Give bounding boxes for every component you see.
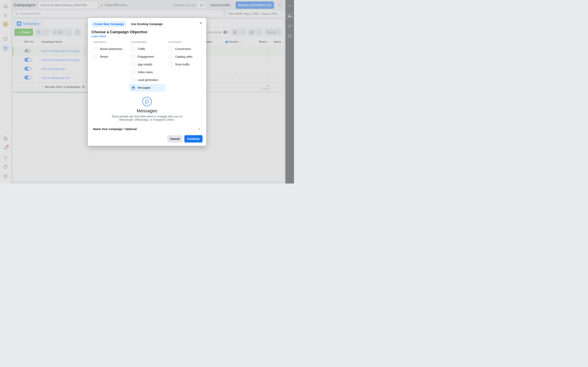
objective-preview: Messages Show people ads that allow them… <box>91 97 203 121</box>
create-campaign-modal: Create New Campaign Use Existing Campaig… <box>88 18 206 146</box>
radio-icon <box>169 62 173 67</box>
name-campaign-expander[interactable]: Name Your Campaign • Optional <box>91 125 203 133</box>
radio-icon <box>131 70 136 75</box>
objective-option[interactable]: Brand awareness <box>91 45 127 53</box>
objective-label: Store traffic <box>175 63 190 66</box>
objective-option[interactable]: Video views <box>129 68 165 76</box>
tab-create-new[interactable]: Create New Campaign <box>91 21 127 27</box>
radio-icon <box>131 78 136 82</box>
objective-option[interactable]: Lead generation <box>129 76 165 84</box>
radio-icon <box>169 54 173 59</box>
modal-tabs: Create New Campaign Use Existing Campaig… <box>91 21 203 27</box>
objective-option[interactable]: Engagement <box>129 53 165 60</box>
radio-icon <box>94 47 98 51</box>
objective-label: Catalog sales <box>175 55 192 58</box>
col-awareness: Awareness Brand awarenessReach <box>91 40 127 92</box>
objective-columns: Awareness Brand awarenessReach Considera… <box>91 40 203 92</box>
objective-option[interactable]: Catalog sales <box>167 53 203 60</box>
learn-more-link[interactable]: Learn More <box>91 35 106 38</box>
objective-label: Lead generation <box>138 78 158 82</box>
messages-icon <box>142 97 152 106</box>
objective-option[interactable]: Store traffic <box>167 60 203 68</box>
objective-label: Reach <box>100 55 108 58</box>
col-conversion: Conversion ConversionsCatalog salesStore… <box>167 40 203 92</box>
objective-label: App installs <box>138 63 152 66</box>
name-campaign-label: Name Your Campaign • Optional <box>93 127 137 131</box>
objective-option[interactable]: App installs <box>129 60 165 68</box>
objective-label: Engagement <box>138 55 154 58</box>
objective-option[interactable]: Reach <box>91 53 127 60</box>
group-consideration-title: Consideration <box>129 40 165 43</box>
group-conversion-title: Conversion <box>167 40 203 43</box>
modal-close-button[interactable] <box>198 20 204 26</box>
objective-label: Conversions <box>175 47 191 50</box>
chevron-down-icon <box>198 127 201 131</box>
tab-use-existing[interactable]: Use Existing Campaign <box>129 21 165 27</box>
radio-icon <box>169 47 173 51</box>
objective-option[interactable]: Conversions <box>167 45 203 53</box>
modal-title: Choose a Campaign Objective <box>91 30 203 34</box>
radio-icon <box>131 54 136 59</box>
preview-title: Messages <box>91 108 203 114</box>
objective-label: Video views <box>138 71 153 74</box>
radio-icon <box>131 62 136 67</box>
cancel-button[interactable]: Cancel <box>167 135 182 142</box>
objective-label: Brand awareness <box>100 47 122 50</box>
objective-label: Traffic <box>138 47 145 50</box>
modal-overlay[interactable]: Create New Campaign Use Existing Campaig… <box>0 0 294 184</box>
close-icon <box>199 21 203 25</box>
preview-desc: Show people ads that allow them to engag… <box>105 115 189 121</box>
radio-icon <box>131 85 136 90</box>
modal-footer: Cancel Continue <box>91 135 203 142</box>
objective-option[interactable]: Messages <box>129 84 165 92</box>
group-awareness-title: Awareness <box>91 40 127 43</box>
objective-option[interactable]: Traffic <box>129 45 165 53</box>
continue-button[interactable]: Continue <box>184 135 203 142</box>
col-consideration: Consideration TrafficEngagementApp insta… <box>129 40 165 92</box>
objective-label: Messages <box>138 86 151 89</box>
radio-icon <box>131 47 136 51</box>
radio-icon <box>94 54 98 59</box>
